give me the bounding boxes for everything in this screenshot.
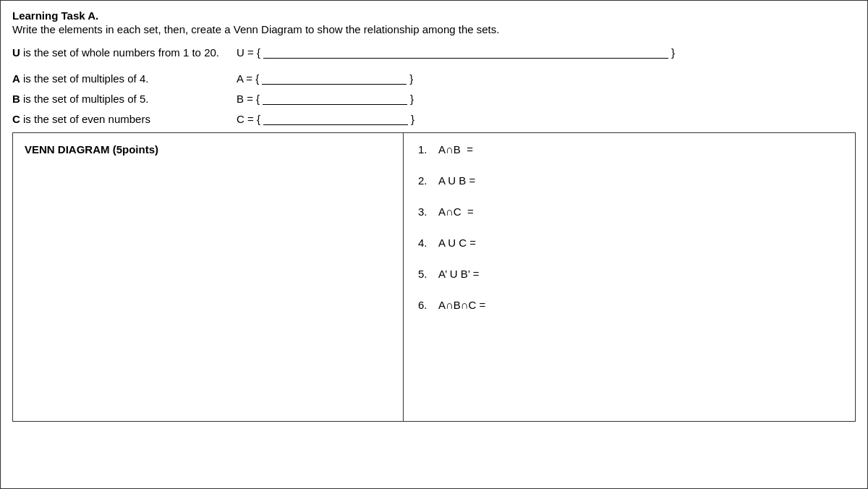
set-b-closing: } — [410, 93, 414, 105]
op-6-number: 6. — [418, 299, 438, 311]
set-c-closing: } — [411, 113, 414, 125]
operations-area: 1. A∩B = 2. A U B = 3. A∩C = 4. A U C = … — [404, 133, 855, 421]
set-c-line[interactable] — [263, 112, 408, 125]
set-u-eq-label: U = { — [237, 46, 260, 59]
op-5-expr: A’ U B’ = — [438, 268, 480, 280]
op-3-expr: A∩C = — [438, 205, 474, 218]
op-2-expr: A U B = — [438, 174, 475, 187]
set-u-line[interactable] — [263, 46, 668, 59]
set-a-label: A is the set of multiples of 4. — [12, 72, 237, 85]
op-4-number: 4. — [418, 237, 438, 249]
venn-diagram-title: VENN DIAGRAM (5points) — [25, 143, 391, 156]
set-row-b: B is the set of multiples of 5. B = { } — [12, 92, 856, 105]
set-a-closing: } — [409, 72, 413, 85]
op-row-2: 2. A U B = — [418, 174, 841, 187]
set-b-label: B is the set of multiples of 5. — [12, 93, 237, 105]
set-b-eq-label: B = { — [237, 93, 260, 105]
op-row-1: 1. A∩B = — [418, 143, 841, 156]
venn-diagram-area: VENN DIAGRAM (5points) — [13, 133, 404, 421]
op-1-number: 1. — [418, 143, 438, 156]
page-subtitle: Write the elements in each set, then, cr… — [12, 23, 856, 35]
op-row-3: 3. A∩C = — [418, 205, 841, 218]
set-c-equation: C = { } — [237, 112, 414, 125]
set-b-equation: B = { } — [237, 92, 414, 105]
bottom-section: VENN DIAGRAM (5points) 1. A∩B = 2. A U B… — [12, 132, 856, 422]
op-4-expr: A U C = — [438, 237, 476, 249]
op-6-expr: A∩B∩C = — [438, 299, 485, 311]
set-a-equation: A = { } — [237, 72, 413, 85]
set-row-u: U is the set of whole numbers from 1 to … — [12, 46, 856, 59]
set-c-label: C is the set of even numbers — [12, 113, 237, 125]
op-2-number: 2. — [418, 174, 438, 187]
op-row-5: 5. A’ U B’ = — [418, 268, 841, 280]
set-a-line[interactable] — [262, 72, 407, 85]
set-b-line[interactable] — [263, 92, 407, 105]
set-row-c: C is the set of even numbers C = { } — [12, 112, 856, 125]
set-a-eq-label: A = { — [237, 72, 259, 85]
op-row-6: 6. A∩B∩C = — [418, 299, 841, 311]
set-c-eq-label: C = { — [237, 113, 260, 125]
op-3-number: 3. — [418, 205, 438, 218]
set-u-equation: U = { } — [237, 46, 675, 59]
op-row-4: 4. A U C = — [418, 237, 841, 249]
set-u-label: U is the set of whole numbers from 1 to … — [12, 46, 237, 59]
op-5-number: 5. — [418, 268, 438, 280]
page-title: Learning Task A. — [12, 9, 856, 22]
op-1-expr: A∩B = — [438, 143, 473, 156]
set-u-closing: } — [671, 46, 675, 59]
set-row-a: A is the set of multiples of 4. A = { } — [12, 72, 856, 85]
